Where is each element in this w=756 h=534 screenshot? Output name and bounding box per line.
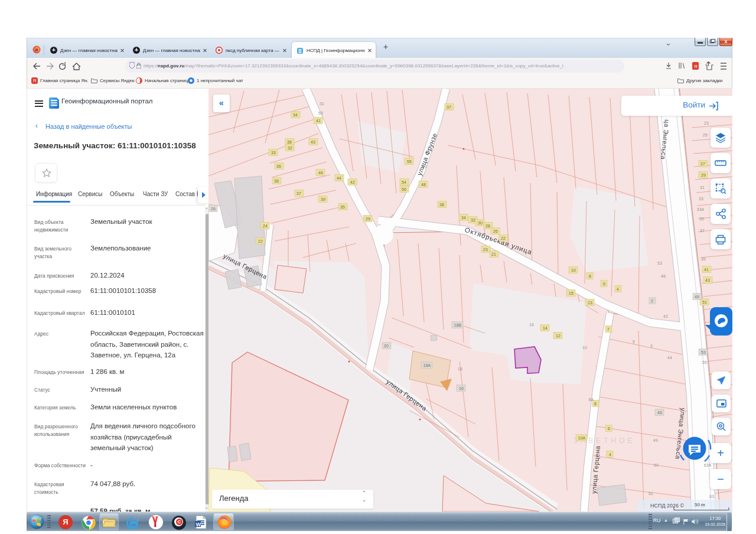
svg-text:56: 56 [402, 187, 406, 191]
svg-text:46: 46 [318, 171, 323, 175]
svg-text:44: 44 [337, 176, 341, 180]
svg-text:W: W [196, 522, 201, 528]
svg-text:40: 40 [422, 164, 427, 168]
svg-text:29: 29 [701, 173, 706, 177]
svg-text:37: 37 [700, 229, 705, 233]
svg-text:25: 25 [703, 133, 708, 137]
svg-text:63: 63 [709, 494, 714, 499]
svg-text:38: 38 [274, 179, 279, 183]
svg-text:49: 49 [695, 295, 699, 299]
svg-text:42: 42 [350, 180, 355, 184]
svg-text:16: 16 [529, 323, 534, 327]
svg-text:22: 22 [258, 239, 263, 243]
svg-text:12: 12 [556, 334, 561, 338]
svg-text:6: 6 [603, 282, 605, 286]
svg-text:38: 38 [439, 203, 444, 207]
svg-text:32: 32 [471, 218, 475, 222]
svg-text:48: 48 [421, 183, 426, 187]
svg-text:18: 18 [458, 367, 462, 371]
svg-text:2: 2 [651, 299, 653, 303]
svg-text:42: 42 [663, 314, 668, 318]
svg-text:31: 31 [700, 185, 705, 190]
svg-text:51: 51 [702, 300, 707, 304]
svg-text:35: 35 [340, 205, 345, 209]
svg-text:14: 14 [543, 326, 548, 330]
svg-text:41: 41 [704, 268, 709, 272]
svg-text:3: 3 [650, 344, 653, 348]
svg-text:8: 8 [589, 274, 591, 278]
svg-text:37: 37 [296, 191, 301, 196]
svg-text:53: 53 [657, 261, 662, 265]
svg-text:5: 5 [633, 340, 635, 344]
svg-text:31: 31 [320, 102, 324, 106]
svg-text:39: 39 [701, 257, 706, 261]
svg-text:27: 27 [700, 162, 705, 166]
svg-text:18B: 18B [454, 323, 462, 327]
svg-text:Я: Я [694, 64, 698, 69]
svg-text:8: 8 [594, 402, 597, 406]
svg-text:46: 46 [657, 411, 662, 415]
svg-text:39: 39 [321, 197, 325, 201]
svg-text:48: 48 [661, 274, 666, 278]
svg-text:35: 35 [699, 217, 704, 221]
svg-text:6: 6 [608, 426, 610, 431]
svg-text:32: 32 [288, 146, 292, 150]
svg-text:43: 43 [311, 140, 315, 144]
svg-text:41: 41 [316, 119, 321, 123]
svg-text:13: 13 [588, 301, 592, 305]
svg-text:33: 33 [699, 197, 703, 201]
svg-text:53: 53 [701, 350, 706, 354]
svg-text:7: 7 [607, 327, 610, 331]
svg-text:33: 33 [271, 151, 276, 155]
svg-text:29: 29 [366, 217, 370, 221]
svg-text:26: 26 [493, 229, 498, 233]
svg-text:10: 10 [582, 346, 587, 350]
svg-text:37: 37 [447, 105, 451, 109]
svg-text:36: 36 [276, 164, 281, 168]
svg-text:18A: 18A [423, 363, 431, 367]
svg-text:30: 30 [478, 221, 483, 225]
svg-text:24: 24 [263, 224, 268, 228]
svg-text:10A: 10A [578, 436, 586, 440]
svg-text:4: 4 [609, 452, 611, 457]
svg-text:15: 15 [569, 291, 573, 295]
svg-text:44: 44 [667, 356, 672, 360]
svg-text:55: 55 [702, 360, 707, 364]
svg-text:16: 16 [459, 386, 464, 390]
svg-text:50: 50 [654, 463, 659, 467]
svg-text:54: 54 [402, 180, 406, 184]
svg-text:8A: 8A [589, 398, 594, 402]
svg-text:34: 34 [461, 216, 466, 220]
svg-text:53: 53 [318, 111, 323, 115]
svg-text:22: 22 [501, 236, 506, 240]
svg-text:34: 34 [293, 113, 298, 117]
svg-text:20: 20 [384, 344, 389, 348]
svg-text:55: 55 [407, 159, 412, 164]
svg-text:21: 21 [491, 252, 496, 256]
svg-text:49: 49 [653, 438, 658, 442]
svg-text:52: 52 [649, 491, 653, 496]
svg-text:23: 23 [483, 248, 488, 252]
svg-text:28: 28 [485, 224, 490, 228]
svg-text:26: 26 [211, 207, 216, 211]
svg-text:10: 10 [571, 268, 576, 272]
svg-text:4: 4 [617, 287, 619, 291]
svg-text:43: 43 [705, 278, 710, 282]
svg-text:38: 38 [287, 140, 292, 144]
svg-text:23: 23 [704, 121, 709, 125]
svg-text:33A: 33A [697, 207, 705, 211]
